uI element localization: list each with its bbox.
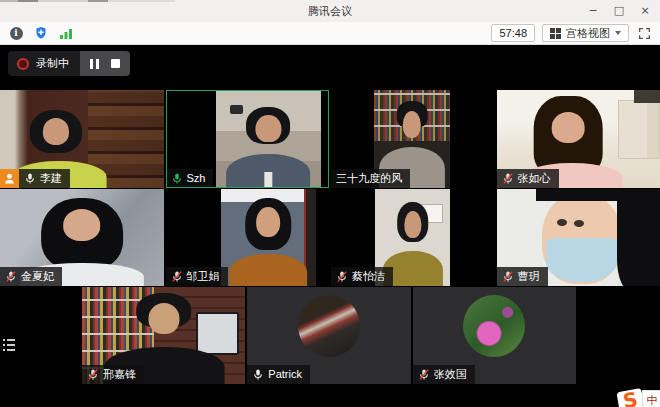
- stop-recording-button[interactable]: [111, 59, 120, 68]
- participant-name: 张如心: [518, 171, 551, 185]
- window-title: 腾讯会议: [0, 0, 660, 22]
- participant-tile[interactable]: Szh: [166, 90, 330, 188]
- toolbar-left-icons: i: [8, 25, 74, 41]
- person-face: [43, 118, 69, 144]
- person-face: [63, 209, 101, 241]
- video-grid-row-2: 金夏妃 邹卫娟 蔡怡洁 曹玥: [0, 189, 660, 286]
- person-body: [557, 219, 567, 226]
- participant-tile[interactable]: 三十九度的风: [331, 90, 495, 188]
- mic-muted-icon: [171, 270, 183, 283]
- participant-tile[interactable]: 金夏妃: [0, 189, 164, 286]
- person-face: [257, 207, 281, 237]
- participant-name-label: 张如心: [497, 169, 559, 188]
- meeting-security-button[interactable]: [33, 25, 49, 41]
- window-controls: ─ □ ×: [580, 0, 658, 22]
- person-face: [403, 111, 421, 138]
- participant-name-label: Szh: [166, 169, 214, 188]
- input-method-indicator[interactable]: S 中: [608, 377, 660, 407]
- mic-muted-icon: [502, 172, 514, 185]
- grid-view-label: 宫格视图: [566, 27, 610, 39]
- signal-icon: [59, 27, 73, 40]
- pause-icon: [90, 59, 99, 69]
- participant-name: Patrick: [268, 367, 302, 381]
- video-content: [216, 90, 321, 188]
- fullscreen-button[interactable]: [636, 25, 652, 41]
- grid-view-icon: [550, 28, 561, 39]
- scene-detail: [265, 172, 272, 188]
- participant-name: 曹玥: [518, 269, 540, 283]
- input-language-badge: 中: [642, 390, 660, 407]
- video-content: [221, 189, 316, 286]
- participant-tile[interactable]: 李建: [0, 90, 164, 188]
- mic-muted-icon: [336, 270, 348, 283]
- participant-tile[interactable]: Patrick: [247, 287, 410, 384]
- participant-name: 金夏妃: [21, 269, 54, 283]
- participant-name-label: 金夏妃: [0, 267, 62, 286]
- avatar: [298, 295, 360, 357]
- person-face: [256, 115, 281, 142]
- participant-name-label: 邹卫娟: [166, 267, 228, 286]
- close-button[interactable]: ×: [632, 0, 658, 22]
- person-body: [230, 254, 308, 286]
- participant-name: 李建: [40, 171, 62, 185]
- recording-status: 录制中: [8, 51, 80, 76]
- participant-tile[interactable]: 邹卫娟: [166, 189, 330, 286]
- person-face: [404, 211, 421, 238]
- grid-view-button[interactable]: 宫格视图: [542, 24, 629, 42]
- person-face: [552, 112, 585, 143]
- participant-name: 三十九度的风: [336, 171, 402, 185]
- participant-name: 邹卫娟: [187, 269, 220, 283]
- mic-muted-icon: [87, 368, 99, 381]
- participant-name-label: 三十九度的风: [331, 169, 410, 188]
- chevron-down-icon: [615, 31, 621, 35]
- participant-name: Szh: [187, 171, 206, 185]
- stop-icon: [111, 59, 120, 68]
- scene-detail: [618, 100, 660, 159]
- host-person-icon: [3, 172, 16, 185]
- person-face: [148, 303, 179, 334]
- participant-name: 蔡怡洁: [352, 269, 385, 283]
- mic-icon: [24, 172, 36, 185]
- participant-tile[interactable]: 张效国: [413, 287, 576, 384]
- scene-detail: [230, 105, 244, 114]
- meeting-toolbar: i 57:48: [0, 22, 660, 45]
- video-grid-row-3: 邢嘉锋 Patrick 张效国: [82, 287, 576, 384]
- scene-detail: [536, 189, 631, 201]
- scene-detail: [196, 312, 239, 355]
- participant-tile[interactable]: 张如心: [497, 90, 660, 188]
- video-stage: 录制中 李建 Szh三十九度的风 张如心 金夏妃 邹卫娟: [0, 46, 660, 407]
- recording-label: 录制中: [36, 56, 69, 71]
- meeting-info-button[interactable]: i: [8, 25, 24, 41]
- recording-dot-icon: [17, 58, 29, 70]
- network-signal-button[interactable]: [58, 25, 74, 41]
- participant-name-label: Patrick: [247, 365, 310, 384]
- participant-name-label: 邢嘉锋: [82, 365, 144, 384]
- scene-detail: [546, 238, 618, 283]
- mic-speaking-icon: [171, 172, 183, 185]
- participant-tile[interactable]: 蔡怡洁: [331, 189, 495, 286]
- pause-recording-button[interactable]: [90, 59, 99, 69]
- participant-name-label: 张效国: [413, 365, 475, 384]
- sogou-logo-icon: S: [616, 388, 644, 407]
- shield-icon: [34, 26, 48, 40]
- mic-muted-icon: [5, 270, 17, 283]
- tencent-meeting-window: 腾讯会议 ─ □ × i: [0, 0, 660, 407]
- fullscreen-icon: [638, 27, 651, 40]
- avatar: [463, 295, 525, 357]
- window-titlebar: 腾讯会议 ─ □ ×: [0, 0, 660, 23]
- recording-controls: [80, 51, 130, 76]
- participant-name-label: 李建: [19, 169, 70, 188]
- recording-indicator: 录制中: [8, 51, 130, 76]
- host-badge: [0, 169, 19, 188]
- participant-tile[interactable]: 邢嘉锋: [82, 287, 245, 384]
- meeting-timer: 57:48: [491, 24, 535, 42]
- mic-muted-icon: [502, 270, 514, 283]
- scene-detail: [634, 90, 660, 103]
- toolbar-right: 57:48 宫格视图: [491, 24, 652, 42]
- maximize-button[interactable]: □: [606, 0, 632, 22]
- participant-list-toggle[interactable]: [3, 334, 17, 356]
- participant-tile[interactable]: 曹玥: [497, 189, 660, 286]
- participant-name-label: 蔡怡洁: [331, 267, 393, 286]
- info-icon: i: [10, 27, 23, 40]
- minimize-button[interactable]: ─: [580, 0, 606, 22]
